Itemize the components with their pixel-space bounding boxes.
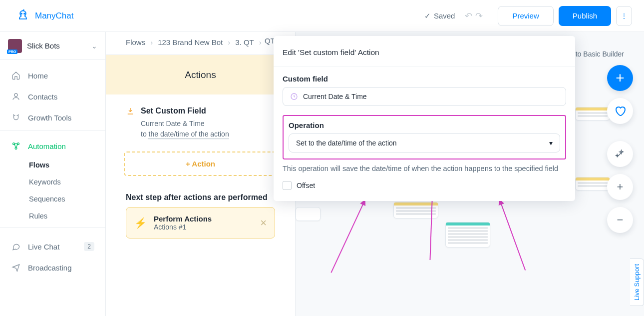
canvas-node[interactable] <box>575 107 610 120</box>
custom-field-select[interactable]: Current Date & Time <box>283 87 566 106</box>
operation-select[interactable]: Set to the date/time of the action ▾ <box>289 134 560 152</box>
zoom-in-button[interactable]: + <box>607 174 633 200</box>
sidebar: PRO Slick Bots ⌄ Home Contacts Growth To… <box>0 32 106 316</box>
sidebar-sub-flows[interactable]: Flows <box>0 156 105 174</box>
breadcrumb-item[interactable]: 3. QT <box>235 38 254 46</box>
action-title: Set Custom Field <box>141 106 229 116</box>
svg-point-1 <box>24 13 25 14</box>
sidebar-label: Home <box>28 72 48 80</box>
next-step-card[interactable]: ⚡ Perform Actions Actions #1 × <box>126 207 275 238</box>
sidebar-label: Growth Tools <box>28 114 71 122</box>
saved-indicator: ✓ Saved <box>424 12 455 20</box>
sidebar-sub-rules[interactable]: Rules <box>0 208 105 224</box>
brand-name: ManyChat <box>35 11 73 21</box>
operation-value: Set to the date/time of the action <box>296 139 397 147</box>
sidebar-label: Live Chat <box>28 242 59 251</box>
zoom-out-button[interactable]: − <box>607 207 633 233</box>
breadcrumb-item[interactable]: 123 Brand New Bot <box>158 38 223 46</box>
offset-label: Offset <box>297 182 315 190</box>
magnet-icon <box>11 113 21 122</box>
action-set-custom-field[interactable]: Set Custom Field Current Date & Time to … <box>126 106 275 140</box>
favorites-button[interactable] <box>607 98 633 124</box>
action-prefix: to <box>141 130 149 138</box>
sidebar-item-broadcasting[interactable]: Broadcasting <box>0 257 105 278</box>
breadcrumb-item[interactable]: Flows <box>126 38 145 46</box>
bolt-icon: ⚡ <box>134 217 147 229</box>
next-step-title: Perform Actions <box>154 214 212 223</box>
preview-button[interactable]: Preview <box>498 6 553 26</box>
sidebar-item-home[interactable]: Home <box>0 65 105 86</box>
sidebar-item-growth[interactable]: Growth Tools <box>0 107 105 128</box>
chat-icon <box>11 242 21 251</box>
home-icon <box>11 71 21 80</box>
kebab-icon: ⋮ <box>621 12 628 20</box>
saved-label: Saved <box>434 12 455 20</box>
user-icon <box>11 92 21 101</box>
redo-icon[interactable]: ↷ <box>475 10 483 22</box>
actions-panel: Flows› 123 Brand New Bot› 3. QT› Actions… <box>106 32 296 316</box>
pro-badge: PRO <box>7 50 17 54</box>
action-value: the date/time of the action <box>149 130 229 138</box>
sidebar-sub-sequences[interactable]: Sequences <box>0 190 105 208</box>
magic-button[interactable] <box>607 141 633 167</box>
livechat-count-badge: 2 <box>84 242 94 251</box>
canvas-node[interactable] <box>575 177 610 190</box>
sidebar-sub-keywords[interactable]: Keywords <box>0 174 105 190</box>
sidebar-item-livechat[interactable]: Live Chat 2 <box>0 236 105 257</box>
custom-field-label: Custom field <box>283 74 566 83</box>
workspace-name: Slick Bots <box>27 42 86 50</box>
automation-icon <box>11 142 21 150</box>
caret-down-icon: ▾ <box>549 139 553 147</box>
undo-icon[interactable]: ↶ <box>465 10 472 22</box>
add-node-button[interactable]: + <box>607 65 633 91</box>
brand-logo[interactable]: ManyChat <box>0 0 106 32</box>
operation-help-text: This operation will save the date/time o… <box>283 164 566 174</box>
publish-button[interactable]: Publish <box>559 6 611 26</box>
sidebar-label: Automation <box>28 142 66 150</box>
clock-icon <box>290 92 298 100</box>
custom-field-value: Current Date & Time <box>303 92 367 100</box>
modal-title: Edit 'Set custom field' Action <box>274 36 575 66</box>
svg-point-0 <box>21 13 22 14</box>
live-support-tab[interactable]: Live Support <box>630 258 644 306</box>
broadcast-icon <box>11 263 21 272</box>
svg-point-2 <box>14 94 17 96</box>
more-menu-button[interactable]: ⋮ <box>616 6 632 26</box>
next-step-heading: Next step after actions are performed <box>106 176 295 207</box>
workspace-switcher[interactable]: PRO Slick Bots ⌄ <box>0 32 105 60</box>
logo-icon <box>16 9 30 23</box>
sidebar-item-automation[interactable]: Automation <box>0 136 105 156</box>
add-action-button[interactable]: + Action <box>124 152 277 176</box>
workspace-avatar: PRO <box>8 39 22 53</box>
sidebar-label: Broadcasting <box>28 264 72 272</box>
sidebar-label: Contacts <box>28 92 57 101</box>
chevron-down-icon: ⌄ <box>91 42 97 50</box>
offset-checkbox[interactable] <box>283 181 292 190</box>
operation-label: Operation <box>289 121 560 130</box>
canvas-node[interactable] <box>296 207 321 221</box>
close-icon[interactable]: × <box>260 216 267 230</box>
actions-panel-title: Actions <box>106 54 295 94</box>
check-icon: ✓ <box>424 12 431 20</box>
canvas-node[interactable] <box>445 222 490 248</box>
action-field-name: Current Date & Time <box>141 118 229 129</box>
edit-action-modal: Edit 'Set custom field' Action Custom fi… <box>274 36 575 201</box>
next-step-sub: Actions #1 <box>154 223 212 231</box>
operation-highlight-box: Operation Set to the date/time of the ac… <box>283 115 566 160</box>
download-icon <box>126 106 135 140</box>
sidebar-item-contacts[interactable]: Contacts <box>0 86 105 107</box>
